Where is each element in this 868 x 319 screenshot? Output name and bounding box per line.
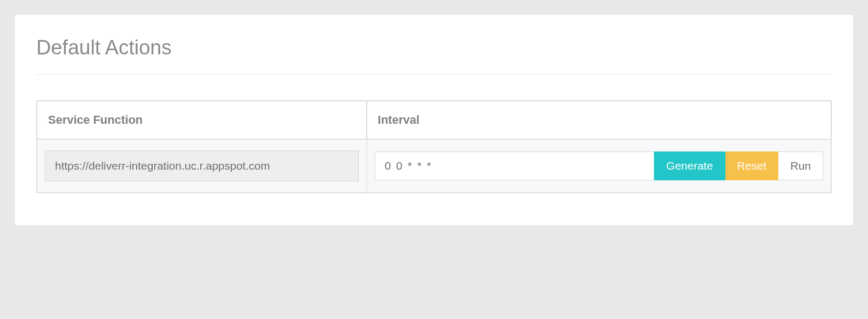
cell-interval: Generate Reset Run [367, 139, 831, 193]
service-function-input[interactable] [45, 150, 359, 181]
interval-control-group: Generate Reset Run [375, 151, 823, 180]
run-button[interactable]: Run [778, 151, 823, 180]
table-row: Generate Reset Run [37, 139, 831, 193]
reset-button[interactable]: Reset [725, 151, 779, 180]
header-service-function: Service Function [37, 101, 367, 139]
header-interval: Interval [367, 101, 831, 139]
interval-input[interactable] [375, 151, 654, 180]
panel-divider [36, 74, 832, 75]
actions-table: Service Function Interval Generate Reset… [36, 100, 832, 193]
default-actions-panel: Default Actions Service Function Interva… [15, 15, 853, 225]
generate-button[interactable]: Generate [654, 151, 725, 180]
panel-title: Default Actions [36, 36, 832, 59]
cell-service-function [37, 139, 367, 193]
